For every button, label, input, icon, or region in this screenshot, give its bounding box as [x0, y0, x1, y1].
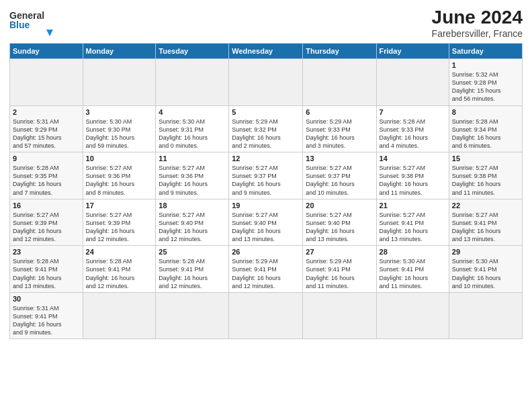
calendar-body: 1Sunrise: 5:32 AM Sunset: 9:28 PM Daylig… — [10, 59, 523, 339]
day-number: 26 — [232, 248, 300, 256]
calendar-week-0: 1Sunrise: 5:32 AM Sunset: 9:28 PM Daylig… — [10, 59, 523, 106]
day-number: 6 — [306, 108, 373, 116]
logo-svg: General Blue — [9, 7, 63, 37]
day-info: Sunrise: 5:28 AM Sunset: 9:34 PM Dayligh… — [452, 118, 519, 150]
day-number: 2 — [13, 108, 80, 116]
day-number: 17 — [86, 201, 153, 210]
day-info: Sunrise: 5:29 AM Sunset: 9:41 PM Dayligh… — [306, 257, 373, 290]
calendar-cell — [229, 292, 303, 339]
calendar-cell: 29Sunrise: 5:30 AM Sunset: 9:41 PM Dayli… — [449, 246, 522, 293]
header-monday: Monday — [83, 44, 156, 59]
calendar-cell: 14Sunrise: 5:27 AM Sunset: 9:38 PM Dayli… — [376, 152, 449, 199]
calendar-cell: 13Sunrise: 5:27 AM Sunset: 9:37 PM Dayli… — [303, 152, 376, 199]
day-number: 20 — [306, 201, 373, 210]
day-number: 24 — [86, 248, 153, 256]
day-number: 10 — [86, 154, 153, 163]
header-thursday: Thursday — [303, 44, 376, 59]
calendar-cell: 28Sunrise: 5:30 AM Sunset: 9:41 PM Dayli… — [376, 246, 449, 293]
day-number: 4 — [159, 108, 226, 116]
calendar-cell: 4Sunrise: 5:30 AM Sunset: 9:31 PM Daylig… — [156, 105, 229, 152]
day-info: Sunrise: 5:27 AM Sunset: 9:37 PM Dayligh… — [232, 164, 300, 197]
calendar-cell: 22Sunrise: 5:27 AM Sunset: 9:41 PM Dayli… — [449, 199, 522, 246]
calendar-location: Farebersviller, France — [432, 28, 523, 39]
header: General Blue June 2024 Farebersviller, F… — [9, 7, 523, 39]
day-info: Sunrise: 5:27 AM Sunset: 9:40 PM Dayligh… — [232, 211, 300, 244]
calendar-cell — [156, 59, 229, 106]
day-info: Sunrise: 5:31 AM Sunset: 9:29 PM Dayligh… — [13, 118, 80, 150]
day-info: Sunrise: 5:29 AM Sunset: 9:32 PM Dayligh… — [232, 118, 300, 150]
calendar-cell — [376, 59, 449, 106]
day-number: 18 — [159, 201, 226, 210]
calendar-cell — [229, 59, 303, 106]
day-number: 28 — [380, 248, 446, 256]
calendar-cell: 11Sunrise: 5:27 AM Sunset: 9:36 PM Dayli… — [156, 152, 229, 199]
calendar-week-5: 30Sunrise: 5:31 AM Sunset: 9:41 PM Dayli… — [10, 292, 523, 339]
day-number: 8 — [452, 108, 519, 116]
calendar-cell: 25Sunrise: 5:28 AM Sunset: 9:41 PM Dayli… — [156, 246, 229, 293]
day-info: Sunrise: 5:30 AM Sunset: 9:41 PM Dayligh… — [380, 257, 446, 290]
day-number: 3 — [86, 108, 153, 116]
calendar-cell — [10, 59, 83, 106]
day-info: Sunrise: 5:29 AM Sunset: 9:33 PM Dayligh… — [306, 118, 373, 150]
calendar-week-2: 9Sunrise: 5:28 AM Sunset: 9:35 PM Daylig… — [10, 152, 523, 199]
header-sunday: Sunday — [10, 44, 83, 59]
calendar-cell: 5Sunrise: 5:29 AM Sunset: 9:32 PM Daylig… — [229, 105, 303, 152]
page: General Blue June 2024 Farebersviller, F… — [0, 0, 532, 411]
day-number: 27 — [306, 248, 373, 256]
day-number: 23 — [13, 248, 80, 256]
calendar-cell: 15Sunrise: 5:27 AM Sunset: 9:38 PM Dayli… — [449, 152, 522, 199]
day-number: 19 — [232, 201, 300, 210]
day-number: 7 — [380, 108, 446, 116]
calendar-cell: 30Sunrise: 5:31 AM Sunset: 9:41 PM Dayli… — [10, 292, 83, 339]
day-number: 16 — [13, 201, 80, 210]
calendar-cell: 9Sunrise: 5:28 AM Sunset: 9:35 PM Daylig… — [10, 152, 83, 199]
calendar-cell: 26Sunrise: 5:29 AM Sunset: 9:41 PM Dayli… — [229, 246, 303, 293]
day-info: Sunrise: 5:30 AM Sunset: 9:31 PM Dayligh… — [159, 118, 226, 150]
calendar-cell: 24Sunrise: 5:28 AM Sunset: 9:41 PM Dayli… — [83, 246, 156, 293]
svg-text:Blue: Blue — [9, 19, 30, 30]
day-info: Sunrise: 5:27 AM Sunset: 9:39 PM Dayligh… — [86, 211, 153, 244]
day-info: Sunrise: 5:30 AM Sunset: 9:30 PM Dayligh… — [86, 118, 153, 150]
calendar-cell — [303, 292, 376, 339]
day-info: Sunrise: 5:30 AM Sunset: 9:41 PM Dayligh… — [452, 257, 519, 290]
day-info: Sunrise: 5:28 AM Sunset: 9:41 PM Dayligh… — [159, 257, 226, 290]
header-wednesday: Wednesday — [229, 44, 303, 59]
day-info: Sunrise: 5:28 AM Sunset: 9:41 PM Dayligh… — [86, 257, 153, 290]
calendar-cell: 2Sunrise: 5:31 AM Sunset: 9:29 PM Daylig… — [10, 105, 83, 152]
calendar-cell: 8Sunrise: 5:28 AM Sunset: 9:34 PM Daylig… — [449, 105, 522, 152]
calendar-week-3: 16Sunrise: 5:27 AM Sunset: 9:39 PM Dayli… — [10, 199, 523, 246]
day-number: 9 — [13, 154, 80, 163]
calendar-cell: 27Sunrise: 5:29 AM Sunset: 9:41 PM Dayli… — [303, 246, 376, 293]
header-tuesday: Tuesday — [156, 44, 229, 59]
day-info: Sunrise: 5:27 AM Sunset: 9:38 PM Dayligh… — [380, 164, 446, 197]
calendar-cell: 6Sunrise: 5:29 AM Sunset: 9:33 PM Daylig… — [303, 105, 376, 152]
title-block: June 2024 Farebersviller, France — [432, 7, 523, 39]
calendar-cell: 7Sunrise: 5:28 AM Sunset: 9:33 PM Daylig… — [376, 105, 449, 152]
day-number: 11 — [159, 154, 226, 163]
day-number: 5 — [232, 108, 300, 116]
calendar-cell: 1Sunrise: 5:32 AM Sunset: 9:28 PM Daylig… — [449, 59, 522, 106]
day-number: 13 — [306, 154, 373, 163]
calendar-cell — [156, 292, 229, 339]
day-info: Sunrise: 5:29 AM Sunset: 9:41 PM Dayligh… — [232, 257, 300, 290]
day-info: Sunrise: 5:28 AM Sunset: 9:35 PM Dayligh… — [13, 164, 80, 197]
day-info: Sunrise: 5:27 AM Sunset: 9:41 PM Dayligh… — [452, 211, 519, 244]
day-number: 30 — [13, 295, 80, 303]
header-saturday: Saturday — [449, 44, 522, 59]
calendar-cell: 18Sunrise: 5:27 AM Sunset: 9:40 PM Dayli… — [156, 199, 229, 246]
calendar-cell: 19Sunrise: 5:27 AM Sunset: 9:40 PM Dayli… — [229, 199, 303, 246]
calendar-table: Sunday Monday Tuesday Wednesday Thursday… — [9, 43, 523, 339]
calendar-week-1: 2Sunrise: 5:31 AM Sunset: 9:29 PM Daylig… — [10, 105, 523, 152]
calendar-cell: 23Sunrise: 5:28 AM Sunset: 9:41 PM Dayli… — [10, 246, 83, 293]
svg-marker-2 — [46, 30, 53, 36]
header-friday: Friday — [376, 44, 449, 59]
day-info: Sunrise: 5:28 AM Sunset: 9:41 PM Dayligh… — [13, 257, 80, 290]
day-info: Sunrise: 5:27 AM Sunset: 9:40 PM Dayligh… — [306, 211, 373, 244]
day-info: Sunrise: 5:27 AM Sunset: 9:36 PM Dayligh… — [86, 164, 153, 197]
day-info: Sunrise: 5:31 AM Sunset: 9:41 PM Dayligh… — [13, 304, 80, 337]
day-number: 21 — [380, 201, 446, 210]
day-number: 14 — [380, 154, 446, 163]
calendar-cell: 20Sunrise: 5:27 AM Sunset: 9:40 PM Dayli… — [303, 199, 376, 246]
day-info: Sunrise: 5:27 AM Sunset: 9:38 PM Dayligh… — [452, 164, 519, 197]
day-info: Sunrise: 5:27 AM Sunset: 9:36 PM Dayligh… — [159, 164, 226, 197]
